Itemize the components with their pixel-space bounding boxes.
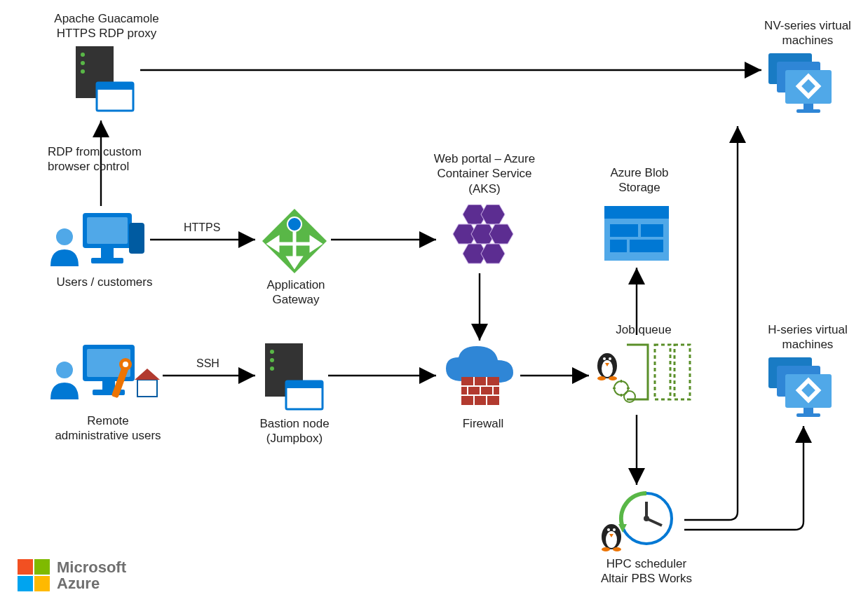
label-h: H-series virtual machines bbox=[752, 322, 864, 352]
label-jobq: Job queue bbox=[595, 322, 693, 337]
svg-rect-8 bbox=[101, 248, 114, 259]
aks-icon bbox=[443, 205, 520, 268]
svg-point-68 bbox=[624, 391, 635, 402]
svg-rect-98 bbox=[796, 413, 820, 417]
appgw-icon bbox=[261, 207, 328, 275]
svg-rect-17 bbox=[137, 380, 157, 397]
svg-rect-41 bbox=[286, 381, 323, 388]
svg-rect-9 bbox=[91, 258, 123, 263]
svg-point-63 bbox=[597, 376, 606, 380]
svg-rect-10 bbox=[129, 223, 144, 254]
svg-point-3 bbox=[81, 69, 85, 74]
firewall-icon bbox=[442, 346, 517, 411]
svg-point-81 bbox=[613, 528, 616, 531]
svg-rect-14 bbox=[102, 381, 115, 391]
svg-point-11 bbox=[56, 228, 73, 245]
label-rdp-edge: RDP from custom browser control bbox=[48, 144, 167, 174]
svg-rect-91 bbox=[796, 109, 820, 113]
label-guacamole: Apache Guacamole HTTPS RDP proxy bbox=[43, 11, 170, 41]
edge-ssh: SSH bbox=[196, 357, 219, 370]
svg-rect-97 bbox=[803, 408, 813, 413]
svg-rect-52 bbox=[604, 206, 669, 219]
svg-marker-35 bbox=[481, 244, 505, 263]
svg-point-1 bbox=[81, 53, 85, 57]
svg-point-37 bbox=[270, 350, 274, 354]
svg-point-84 bbox=[613, 547, 621, 551]
server-proxy-icon bbox=[73, 46, 136, 114]
svg-rect-56 bbox=[610, 240, 627, 252]
svg-point-39 bbox=[270, 366, 274, 371]
label-aks: Web portal – Azure Container Service (AK… bbox=[418, 151, 551, 196]
brand-line1: Microsoft bbox=[57, 559, 126, 575]
brand-line2: Azure bbox=[57, 575, 126, 591]
svg-rect-7 bbox=[87, 217, 128, 244]
label-remote-admins: Remote administrative users bbox=[38, 413, 178, 444]
hpc-scheduler-icon bbox=[597, 490, 681, 554]
microsoft-logo-icon bbox=[18, 559, 50, 591]
svg-rect-55 bbox=[641, 224, 663, 237]
label-blob: Azure Blob Storage bbox=[583, 165, 696, 195]
svg-rect-5 bbox=[97, 83, 133, 90]
svg-point-61 bbox=[609, 357, 611, 360]
svg-rect-65 bbox=[655, 345, 670, 399]
svg-point-79 bbox=[606, 531, 617, 548]
svg-marker-33 bbox=[489, 224, 513, 244]
svg-point-16 bbox=[56, 362, 73, 378]
svg-point-64 bbox=[609, 376, 617, 380]
svg-rect-57 bbox=[630, 240, 663, 252]
bastion-icon bbox=[261, 343, 325, 412]
edge-https: HTTPS bbox=[184, 221, 220, 234]
blob-storage-icon bbox=[604, 206, 669, 261]
ms-azure-logo: Microsoft Azure bbox=[18, 559, 126, 591]
svg-point-38 bbox=[270, 358, 274, 362]
svg-point-77 bbox=[644, 516, 649, 521]
users-icon bbox=[50, 210, 149, 273]
label-bastion: Bastion node (Jumpbox) bbox=[238, 416, 351, 446]
label-appgw: Application Gateway bbox=[247, 277, 345, 308]
svg-rect-66 bbox=[674, 345, 690, 399]
label-users: Users / customers bbox=[45, 275, 164, 289]
svg-rect-54 bbox=[610, 224, 638, 237]
svg-point-2 bbox=[81, 61, 85, 65]
h-vm-icon bbox=[768, 357, 839, 418]
nv-vm-icon bbox=[768, 53, 839, 114]
remote-admin-icon bbox=[50, 343, 163, 410]
svg-rect-90 bbox=[803, 104, 813, 109]
svg-point-60 bbox=[603, 357, 606, 360]
svg-point-83 bbox=[602, 547, 610, 551]
label-firewall: Firewall bbox=[438, 416, 529, 431]
svg-point-80 bbox=[607, 528, 610, 531]
label-sched: HPC scheduler Altair PBS Works bbox=[583, 556, 710, 586]
label-nv: NV-series virtual machines bbox=[752, 18, 864, 48]
job-queue-icon bbox=[595, 342, 693, 406]
svg-point-21 bbox=[123, 362, 128, 367]
svg-point-23 bbox=[287, 217, 301, 231]
svg-marker-18 bbox=[135, 369, 160, 380]
svg-marker-30 bbox=[481, 205, 505, 224]
svg-point-59 bbox=[602, 360, 613, 377]
arrow-sched-to-h bbox=[684, 426, 803, 530]
